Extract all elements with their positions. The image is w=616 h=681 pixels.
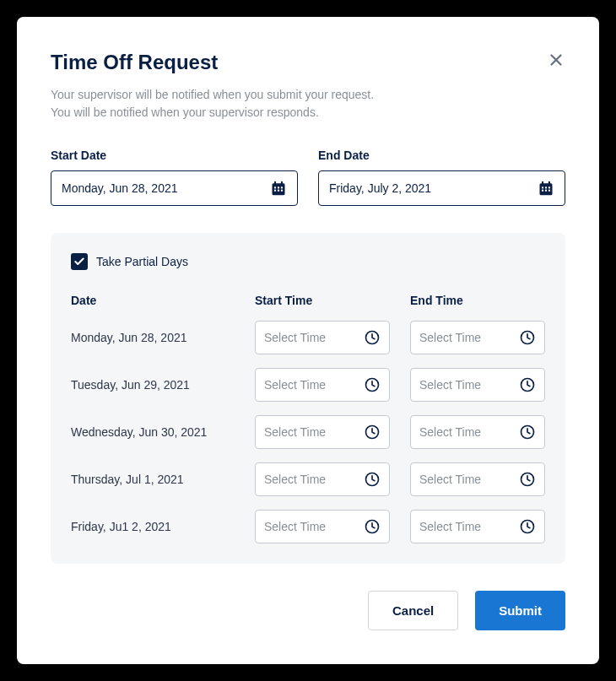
end-time-input[interactable]: Select Time — [410, 415, 545, 449]
clock-icon — [519, 518, 536, 535]
start-date-field: Start Date Monday, Jun 28, 2021 — [51, 149, 298, 206]
description-line-2: You will be notified when your superviso… — [51, 105, 319, 119]
svg-rect-17 — [548, 190, 550, 192]
svg-rect-15 — [542, 190, 543, 192]
svg-rect-2 — [273, 183, 285, 195]
partial-days-grid: Date Start Time End Time Monday, Jun 28,… — [71, 294, 545, 543]
clock-icon — [519, 376, 536, 393]
time-placeholder: Select Time — [264, 331, 326, 344]
time-placeholder: Select Time — [419, 425, 481, 439]
modal-description: Your supervisor will be notified when yo… — [51, 86, 565, 122]
time-placeholder: Select Time — [264, 378, 326, 392]
close-button[interactable] — [547, 51, 565, 69]
time-placeholder: Select Time — [264, 473, 326, 486]
grid-header-date: Date — [71, 294, 235, 307]
end-time-input[interactable]: Select Time — [410, 321, 545, 354]
end-date-label: End Date — [318, 149, 565, 162]
end-date-value: Friday, July 2, 2021 — [329, 181, 431, 195]
time-placeholder: Select Time — [419, 473, 481, 486]
svg-rect-8 — [281, 190, 283, 192]
svg-rect-13 — [545, 186, 547, 188]
end-time-input[interactable]: Select Time — [410, 510, 545, 543]
start-time-input[interactable]: Select Time — [255, 462, 390, 496]
calendar-icon — [270, 180, 287, 197]
svg-rect-10 — [281, 181, 283, 184]
start-time-input[interactable]: Select Time — [255, 368, 390, 402]
clock-icon — [364, 518, 381, 535]
partial-days-panel: Take Partial Days Date Start Time End Ti… — [51, 233, 565, 564]
start-date-value: Monday, Jun 28, 2021 — [62, 181, 178, 195]
svg-rect-6 — [274, 190, 276, 192]
svg-rect-19 — [548, 181, 550, 184]
clock-icon — [519, 424, 536, 440]
svg-rect-5 — [281, 186, 283, 188]
end-date-input[interactable]: Friday, July 2, 2021 — [318, 170, 565, 206]
grid-header-end-time: End Time — [410, 294, 545, 307]
svg-rect-7 — [278, 190, 279, 192]
end-date-field: End Date Friday, July 2, 2021 — [318, 149, 565, 206]
svg-rect-9 — [274, 181, 276, 184]
cancel-button[interactable]: Cancel — [368, 591, 458, 630]
svg-rect-11 — [540, 183, 553, 195]
end-time-input[interactable]: Select Time — [410, 368, 545, 402]
description-line-1: Your supervisor will be notified when yo… — [51, 88, 374, 101]
partial-days-checkbox-row: Take Partial Days — [71, 253, 545, 270]
close-icon — [547, 51, 565, 69]
clock-icon — [364, 329, 381, 346]
partial-days-label: Take Partial Days — [96, 255, 188, 268]
time-placeholder: Select Time — [264, 520, 326, 533]
partial-row-date: Thursday, Jul 1, 2021 — [71, 473, 235, 486]
clock-icon — [364, 376, 381, 393]
end-time-input[interactable]: Select Time — [410, 462, 545, 496]
modal-header: Time Off Request — [51, 51, 565, 74]
start-time-input[interactable]: Select Time — [255, 510, 390, 543]
start-time-input[interactable]: Select Time — [255, 415, 390, 449]
partial-row-date: Monday, Jun 28, 2021 — [71, 331, 235, 344]
svg-rect-16 — [545, 190, 547, 192]
partial-row-date: Friday, Ju1 2, 2021 — [71, 520, 235, 533]
time-placeholder: Select Time — [419, 331, 481, 344]
date-range-row: Start Date Monday, Jun 28, 2021 End Date — [51, 149, 565, 206]
clock-icon — [364, 471, 381, 488]
checkmark-icon — [73, 256, 85, 268]
modal-title: Time Off Request — [51, 51, 218, 74]
grid-header-start-time: Start Time — [255, 294, 390, 307]
svg-rect-3 — [274, 186, 276, 188]
submit-button[interactable]: Submit — [475, 591, 565, 630]
clock-icon — [364, 424, 381, 440]
start-date-label: Start Date — [51, 149, 298, 162]
start-date-input[interactable]: Monday, Jun 28, 2021 — [51, 170, 298, 206]
time-placeholder: Select Time — [264, 425, 326, 439]
modal-footer: Cancel Submit — [51, 591, 565, 630]
start-time-input[interactable]: Select Time — [255, 321, 390, 354]
partial-row-date: Wednesday, Jun 30, 2021 — [71, 425, 235, 439]
svg-rect-4 — [278, 186, 279, 188]
calendar-icon — [538, 180, 554, 197]
svg-rect-18 — [542, 181, 543, 184]
svg-rect-12 — [542, 186, 543, 188]
clock-icon — [519, 471, 536, 488]
partial-row-date: Tuesday, Jun 29, 2021 — [71, 378, 235, 392]
time-off-modal: Time Off Request Your supervisor will be… — [17, 17, 599, 664]
svg-rect-14 — [548, 186, 550, 188]
time-placeholder: Select Time — [419, 378, 481, 392]
partial-days-checkbox[interactable] — [71, 253, 88, 270]
clock-icon — [519, 329, 536, 346]
time-placeholder: Select Time — [419, 520, 481, 533]
